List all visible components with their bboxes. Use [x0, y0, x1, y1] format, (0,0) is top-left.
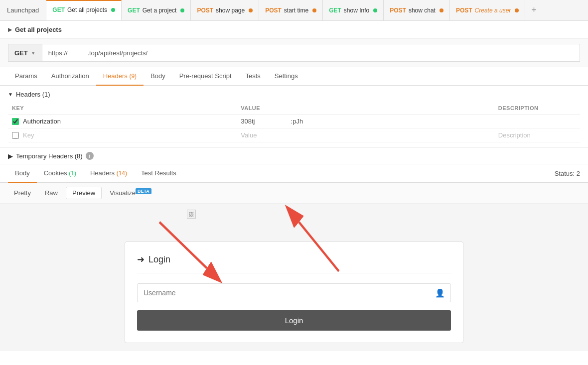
tab-label: Get all projects	[67, 6, 107, 13]
tab-dot	[312, 8, 316, 12]
url-bar: GET ▼	[0, 39, 588, 67]
response-tabs: Body Cookies (1) Headers (14) Test Resul…	[0, 164, 588, 183]
key-cell: Authorization	[8, 115, 237, 128]
desc-cell[interactable]: Description	[494, 128, 580, 142]
tab-get-show-info[interactable]: GET show Info	[323, 0, 384, 20]
method-post-label: POST	[390, 7, 406, 14]
launchpad-tab[interactable]: Launchpad	[0, 0, 46, 20]
table-row: Authorization 308tj :pJh	[8, 115, 580, 128]
beta-badge: BETA	[136, 188, 151, 194]
tab-label: show page	[216, 7, 245, 14]
temp-headers-section[interactable]: ▶ Temporary Headers (8) i	[0, 148, 588, 164]
headers-section: ▼ Headers (1) KEY VALUE DESCRIPTION Auth…	[0, 86, 588, 148]
page-title-bar: ▶ Get all projects	[0, 21, 588, 39]
tab-post-create-user[interactable]: POST Create a user	[450, 0, 525, 20]
headers-section-label: Headers (1)	[16, 91, 50, 98]
header-value: 308tj :pJh	[241, 118, 303, 125]
headers-badge: (9)	[129, 73, 137, 80]
tab-dot	[180, 8, 184, 12]
col-key-header: KEY	[8, 102, 237, 115]
collapse-icon: ▼	[8, 92, 13, 97]
method-post-label: POST	[456, 7, 472, 14]
login-card: ➜ Login 👤 Login	[125, 242, 463, 343]
collapse-icon: ▶	[8, 152, 13, 160]
format-tabs: Pretty Raw Preview VisualizeBETA	[0, 183, 588, 204]
status-display: Status: 2	[555, 170, 580, 177]
headers-table: KEY VALUE DESCRIPTION Authorization 308t…	[8, 102, 580, 142]
table-row: Key Value Description	[8, 128, 580, 142]
value-cell[interactable]: Value	[237, 128, 494, 142]
info-icon: i	[86, 152, 94, 160]
tab-settings[interactable]: Settings	[268, 67, 305, 86]
tab-dot	[249, 8, 253, 12]
tab-authorization[interactable]: Authorization	[44, 67, 96, 86]
value-cell[interactable]: 308tj :pJh	[237, 115, 494, 128]
tab-post-show-chat[interactable]: POST show chat	[384, 0, 450, 20]
login-button[interactable]: Login	[137, 310, 451, 331]
fmt-tab-preview[interactable]: Preview	[66, 187, 102, 199]
tab-bar: Launchpad GET Get all projects GET Get a…	[0, 0, 588, 21]
username-input[interactable]	[137, 283, 451, 302]
method-select[interactable]: GET ▼	[8, 44, 42, 62]
tab-body[interactable]: Body	[144, 67, 172, 86]
tab-dot	[373, 8, 377, 12]
tab-params[interactable]: Params	[8, 67, 44, 86]
desc-cell[interactable]	[494, 115, 580, 128]
method-post-label: POST	[197, 7, 213, 14]
desc-placeholder: Description	[498, 131, 531, 139]
broken-image-icon: 🖼	[187, 210, 196, 219]
tab-dot	[440, 8, 443, 12]
fmt-tab-pretty[interactable]: Pretty	[8, 187, 37, 199]
col-desc-header: DESCRIPTION	[494, 102, 580, 115]
tab-dot	[111, 8, 115, 12]
tab-post-start-time[interactable]: POST start time	[259, 0, 323, 20]
selected-method: GET	[14, 49, 28, 57]
page-title: Get all projects	[15, 26, 62, 33]
login-icon: ➜	[137, 254, 145, 265]
method-get-label: GET	[52, 6, 65, 13]
tab-label: Create a user	[475, 7, 511, 14]
method-get-label: GET	[128, 7, 140, 14]
login-title: ➜ Login	[137, 254, 451, 273]
col-value-header: VALUE	[237, 102, 494, 115]
tab-headers[interactable]: Headers (9)	[96, 67, 144, 86]
key-placeholder[interactable]: Key	[23, 131, 34, 139]
add-tab-button[interactable]: +	[525, 0, 543, 20]
tab-dot	[515, 8, 519, 12]
request-tabs: Params Authorization Headers (9) Body Pr…	[0, 67, 588, 86]
login-title-text: Login	[148, 254, 170, 265]
resp-tab-cookies[interactable]: Cookies (1)	[37, 164, 83, 183]
url-input[interactable]	[42, 44, 580, 62]
headers-section-title[interactable]: ▼ Headers (1)	[8, 91, 580, 98]
headers-resp-badge: (14)	[117, 170, 127, 177]
fmt-tab-raw[interactable]: Raw	[39, 187, 64, 199]
tab-tests[interactable]: Tests	[239, 67, 268, 86]
tab-label: show chat	[409, 7, 436, 14]
row-checkbox[interactable]	[12, 132, 19, 139]
row-checkbox[interactable]	[12, 118, 19, 125]
fmt-tab-visualize[interactable]: VisualizeBETA	[104, 187, 157, 199]
tab-label: show Info	[344, 7, 369, 14]
tab-label: start time	[284, 7, 308, 14]
method-post-label: POST	[265, 7, 282, 14]
tab-get-a-project[interactable]: GET Get a project	[122, 0, 191, 20]
resp-tab-test-results[interactable]: Test Results	[134, 164, 183, 183]
value-placeholder: Value	[241, 131, 257, 139]
method-get-label: GET	[329, 7, 341, 14]
tab-get-all-projects[interactable]: GET Get all projects	[46, 0, 122, 20]
tab-label: Get a project	[143, 7, 177, 14]
collapse-icon[interactable]: ▶	[8, 27, 12, 32]
key-value: Authorization	[23, 118, 61, 125]
tab-pre-request-script[interactable]: Pre-request Script	[172, 67, 239, 86]
chevron-down-icon: ▼	[31, 50, 36, 56]
resp-tab-body[interactable]: Body	[8, 164, 37, 183]
username-input-wrapper: 👤	[137, 283, 451, 302]
tab-post-show-page[interactable]: POST show page	[191, 0, 259, 20]
resp-tab-headers[interactable]: Headers (14)	[83, 164, 134, 183]
cookies-badge: (1)	[69, 170, 76, 177]
user-icon: 👤	[435, 288, 445, 298]
key-cell: Key	[8, 128, 237, 142]
preview-area: 🖼 ➜ Login 👤 Login	[0, 204, 588, 351]
temp-headers-label: Temporary Headers (8)	[16, 152, 83, 160]
